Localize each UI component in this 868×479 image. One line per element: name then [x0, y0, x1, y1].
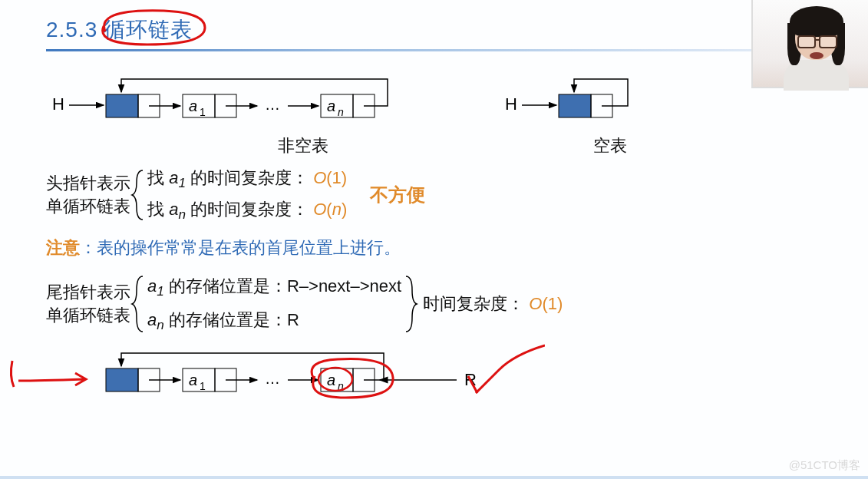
svg-text:…: … [265, 370, 280, 387]
tail-ptr-lines: a1 的存储位置是：R–>next–>next an 的存储位置是：R [147, 270, 401, 338]
svg-rect-1 [106, 94, 138, 117]
svg-text:R: R [464, 370, 477, 389]
diagram-tail-list: a 1 … a n R [46, 342, 837, 404]
note-line: 注意：表的操作常常是在表的首尾位置上进行。 [46, 236, 837, 259]
empty-label: 空表 [545, 134, 675, 157]
svg-text:a: a [327, 97, 335, 114]
svg-text:H: H [505, 94, 517, 114]
svg-rect-36 [0, 476, 868, 479]
svg-rect-4 [183, 94, 215, 117]
head-ptr-lines: 找 a1 的时间复杂度： O(1) 找 an 的时间复杂度： O(n) [147, 164, 347, 226]
svg-text:a: a [327, 372, 335, 388]
diagram-nonempty-list: H a 1 … a n [46, 65, 445, 157]
diagram-empty-list: H 空表 [499, 65, 675, 157]
title-underline [46, 49, 798, 51]
svg-text:…: … [265, 96, 280, 113]
h-label: H [52, 94, 64, 114]
right-brace-icon [401, 273, 418, 335]
svg-text:1: 1 [200, 380, 206, 392]
section-number: 2.5.3 [46, 18, 97, 42]
left-brace-icon [130, 167, 147, 223]
tail-ptr-label: 尾指针表示 单循环链表 [46, 281, 130, 326]
svg-rect-29 [321, 368, 353, 391]
svg-rect-17 [559, 94, 591, 117]
svg-text:n: n [338, 106, 344, 118]
footer-decoration [0, 465, 868, 479]
inconvenient-note: 不方便 [370, 183, 425, 207]
svg-text:a: a [189, 372, 197, 388]
section-title: 循环链表 [104, 18, 193, 41]
tail-complexity: 时间复杂度： O(1) [423, 292, 563, 315]
svg-rect-19 [106, 368, 138, 391]
left-brace-icon [130, 273, 147, 335]
svg-rect-11 [321, 94, 353, 117]
svg-rect-22 [183, 368, 215, 391]
svg-text:1: 1 [200, 106, 206, 118]
head-ptr-label: 头指针表示 单循环链表 [46, 172, 130, 217]
svg-text:n: n [338, 380, 344, 392]
nonempty-label: 非空表 [161, 134, 445, 157]
svg-text:a: a [189, 97, 197, 114]
presenter-webcam [751, 0, 868, 88]
